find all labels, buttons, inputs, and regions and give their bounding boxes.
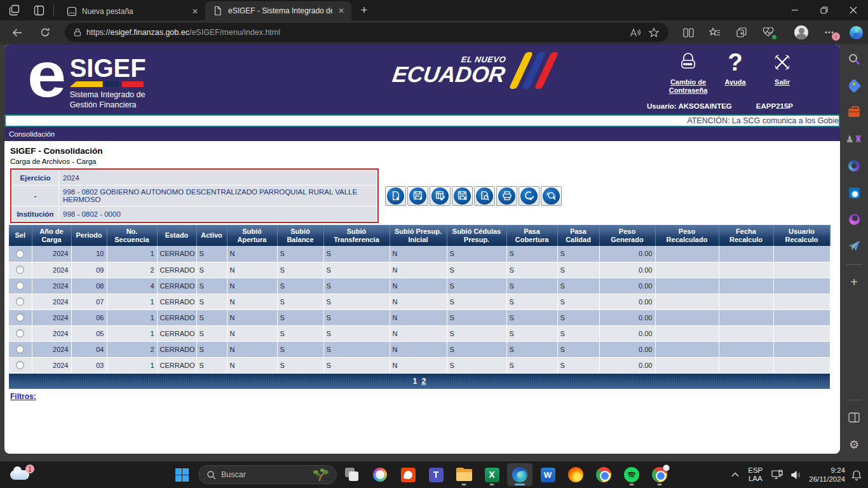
close-button[interactable] [839, 0, 868, 20]
tab-close-icon[interactable]: ✕ [190, 6, 200, 17]
exit-link[interactable]: Salir [759, 50, 806, 95]
tray-expand-icon[interactable] [731, 472, 739, 477]
address-bar[interactable]: https://esigef.finanzas.gob.ec/eSIGEF/me… [65, 23, 668, 42]
cell-peso: 0.00 [599, 325, 655, 341]
profile-avatar[interactable] [788, 23, 815, 42]
sidebar-divider [846, 264, 862, 265]
cell-peso_recalc [655, 309, 719, 325]
tab-nueva-pestana[interactable]: Nueva pestaña ✕ [59, 3, 205, 20]
volume-icon[interactable] [790, 470, 801, 480]
restore-button[interactable] [810, 0, 839, 20]
workspaces-icon[interactable] [5, 2, 24, 18]
cell-anio: 2024 [32, 262, 71, 278]
column-header: Estado [157, 225, 196, 246]
esigef-logo: e SIGEF Sistema Integrado deGestión Fina… [27, 46, 146, 110]
new-document-button[interactable] [385, 186, 406, 206]
cell-calidad: S [557, 309, 599, 325]
sidebar-add-icon[interactable]: + [844, 273, 864, 292]
favorite-star-icon[interactable] [644, 24, 663, 41]
selection-form: Ejercicio 2024 - 998 - 0802 GOBIERNO AUT… [10, 168, 379, 223]
delete-record-button[interactable] [452, 186, 473, 206]
save-add-button[interactable] [407, 186, 428, 206]
copilot-icon[interactable] [843, 23, 868, 42]
print-button[interactable] [496, 186, 517, 206]
row-radio-button[interactable] [16, 361, 24, 369]
cell-activo: S [196, 325, 227, 341]
sidebar-panel-icon[interactable] [844, 408, 864, 427]
help-link[interactable]: ? Ayuda [712, 50, 759, 95]
sidebar-drop-icon[interactable] [844, 236, 864, 255]
sidebar-outlook-icon[interactable] [844, 183, 864, 202]
tab-actions-icon[interactable] [29, 2, 48, 18]
sidebar-shopping-icon[interactable] [844, 76, 864, 95]
sidebar-clipchamp-icon[interactable] [844, 210, 864, 229]
weather-widget[interactable]: 1 [9, 464, 34, 485]
sidebar-settings-icon[interactable]: ⚙ [844, 435, 864, 454]
sidebar-search-icon[interactable] [844, 50, 864, 69]
taskbar-pdf-app-icon[interactable] [395, 463, 421, 486]
language-indicator[interactable]: ESPLAA [748, 466, 763, 483]
row-radio-button[interactable] [16, 297, 24, 306]
column-header: FechaRecalculo [719, 225, 773, 246]
taskbar-chrome-icon[interactable] [591, 463, 616, 486]
cell-balance: S [277, 262, 323, 278]
page-link-2[interactable]: 2 [422, 377, 426, 386]
back-button[interactable] [6, 23, 28, 42]
menu-consolidacion[interactable]: Consolidación [9, 130, 55, 138]
cell-usuario_recalc [773, 309, 830, 325]
cell-fecha_recalc [719, 341, 773, 357]
filters-link[interactable]: Filtros: [10, 392, 36, 401]
start-button[interactable] [169, 463, 194, 486]
row-radio-button[interactable] [16, 329, 24, 337]
validate-form-button[interactable] [430, 186, 451, 206]
minimize-button[interactable] [780, 0, 810, 20]
cell-usuario_recalc [773, 262, 830, 278]
split-screen-icon[interactable] [675, 23, 702, 42]
read-aloud-icon[interactable] [625, 24, 644, 41]
tab-esigef[interactable]: eSIGEF - Sistema Integrado de G ✕ [205, 1, 351, 20]
browser-essentials-icon[interactable] [755, 23, 782, 42]
cell-presup_inicial: N [390, 341, 447, 357]
preview-document-button[interactable] [474, 186, 495, 206]
cell-transferencia: S [323, 246, 390, 262]
sidebar-m365-icon[interactable] [844, 156, 864, 175]
cell-transferencia: S [323, 309, 390, 325]
row-radio-button[interactable] [16, 250, 24, 258]
cell-estado: CERRADO [157, 278, 196, 294]
quality-check-button[interactable] [519, 186, 539, 206]
taskbar-firefox-icon[interactable] [563, 463, 588, 486]
row-radio-button[interactable] [16, 345, 24, 353]
sidebar-tools-icon[interactable] [844, 103, 864, 122]
favorites-icon[interactable] [702, 23, 728, 42]
row-radio-button[interactable] [16, 313, 24, 322]
taskbar-excel-icon[interactable]: X [479, 463, 505, 486]
cell-peso_recalc [655, 357, 719, 373]
collections-icon[interactable] [728, 23, 755, 42]
refresh-button[interactable] [34, 23, 56, 42]
taskbar-chrome-profile-icon[interactable] [647, 463, 672, 486]
refresh-search-button[interactable] [541, 186, 562, 206]
cell-activo: S [196, 246, 227, 262]
row-radio-button[interactable] [16, 266, 24, 274]
lock-icon[interactable] [74, 28, 81, 37]
cell-activo: S [196, 309, 227, 325]
new-tab-button[interactable]: + [355, 2, 373, 18]
taskbar-search[interactable]: Buscar [198, 465, 337, 484]
notification-bell-icon[interactable] [851, 470, 862, 480]
tab-title: eSIGEF - Sistema Integrado de G [228, 6, 332, 15]
taskbar-spotify-icon[interactable] [619, 463, 644, 486]
taskbar-edge-icon[interactable] [507, 463, 532, 486]
clock[interactable]: 9:2426/11/2024 [809, 466, 845, 484]
network-icon[interactable] [771, 470, 783, 480]
cell-cedulas: S [447, 262, 506, 278]
tab-close-icon[interactable]: ✕ [336, 6, 346, 16]
row-radio-button[interactable] [16, 281, 24, 290]
more-menu-icon[interactable]: ↑ [816, 23, 843, 42]
task-view-button[interactable] [339, 463, 365, 486]
taskbar-word-icon[interactable]: W [535, 463, 560, 486]
sidebar-games-icon[interactable]: ♟♜ [844, 130, 864, 149]
taskbar-file-explorer-icon[interactable] [451, 463, 477, 486]
taskbar-teams-icon[interactable]: T [423, 463, 449, 486]
taskbar-copilot-icon[interactable] [367, 463, 393, 486]
change-password-link[interactable]: Cambio de Contraseña [665, 50, 712, 95]
